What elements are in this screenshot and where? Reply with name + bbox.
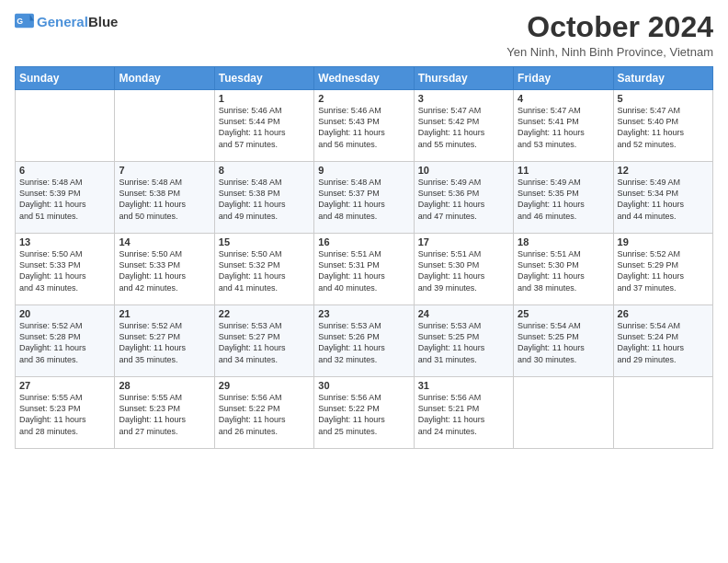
day-info: Sunrise: 5:52 AM Sunset: 5:29 PM Dayligh…	[618, 248, 709, 293]
day-info: Sunrise: 5:49 AM Sunset: 5:34 PM Dayligh…	[618, 177, 709, 222]
day-info: Sunrise: 5:53 AM Sunset: 5:26 PM Dayligh…	[318, 320, 409, 365]
month-title: October 2024	[506, 11, 713, 43]
day-number: 8	[219, 165, 310, 176]
calendar-day-15: 15Sunrise: 5:50 AM Sunset: 5:32 PM Dayli…	[214, 234, 313, 305]
calendar-day-24: 24Sunrise: 5:53 AM Sunset: 5:25 PM Dayli…	[414, 305, 513, 377]
calendar-day-2: 2Sunrise: 5:46 AM Sunset: 5:43 PM Daylig…	[314, 90, 414, 162]
weekday-header-wednesday: Wednesday	[314, 67, 414, 90]
day-info: Sunrise: 5:49 AM Sunset: 5:36 PM Dayligh…	[418, 177, 509, 222]
day-info: Sunrise: 5:48 AM Sunset: 5:38 PM Dayligh…	[119, 177, 210, 222]
calendar-day-25: 25Sunrise: 5:54 AM Sunset: 5:25 PM Dayli…	[514, 305, 613, 377]
day-info: Sunrise: 5:53 AM Sunset: 5:25 PM Dayligh…	[418, 320, 509, 365]
day-number: 24	[418, 308, 509, 319]
day-info: Sunrise: 5:46 AM Sunset: 5:43 PM Dayligh…	[318, 105, 409, 150]
day-number: 31	[418, 380, 509, 391]
day-number: 1	[219, 93, 310, 104]
header: G GeneralBlue October 2024 Yen Ninh, Nin…	[15, 11, 713, 59]
day-number: 30	[318, 380, 409, 391]
day-number: 3	[418, 93, 509, 104]
calendar-table: SundayMondayTuesdayWednesdayThursdayFrid…	[15, 66, 713, 449]
calendar-day-28: 28Sunrise: 5:55 AM Sunset: 5:23 PM Dayli…	[115, 377, 214, 449]
day-info: Sunrise: 5:47 AM Sunset: 5:42 PM Dayligh…	[418, 105, 509, 150]
day-number: 23	[318, 308, 409, 319]
calendar-week-row: 27Sunrise: 5:55 AM Sunset: 5:23 PM Dayli…	[16, 377, 713, 449]
day-info: Sunrise: 5:52 AM Sunset: 5:28 PM Dayligh…	[19, 320, 110, 365]
calendar-day-empty	[115, 90, 214, 162]
day-number: 12	[618, 165, 709, 176]
day-number: 15	[219, 236, 310, 247]
day-number: 4	[518, 93, 609, 104]
day-info: Sunrise: 5:46 AM Sunset: 5:44 PM Dayligh…	[219, 105, 310, 150]
calendar-day-7: 7Sunrise: 5:48 AM Sunset: 5:38 PM Daylig…	[115, 162, 214, 234]
day-number: 5	[618, 93, 709, 104]
day-info: Sunrise: 5:56 AM Sunset: 5:22 PM Dayligh…	[318, 392, 409, 437]
day-info: Sunrise: 5:51 AM Sunset: 5:30 PM Dayligh…	[518, 248, 609, 293]
calendar-day-3: 3Sunrise: 5:47 AM Sunset: 5:42 PM Daylig…	[414, 90, 513, 162]
calendar-week-row: 20Sunrise: 5:52 AM Sunset: 5:28 PM Dayli…	[16, 305, 713, 377]
calendar-header-row: SundayMondayTuesdayWednesdayThursdayFrid…	[16, 67, 713, 90]
weekday-header-thursday: Thursday	[414, 67, 513, 90]
day-number: 9	[318, 165, 409, 176]
day-info: Sunrise: 5:52 AM Sunset: 5:27 PM Dayligh…	[119, 320, 210, 365]
calendar-day-10: 10Sunrise: 5:49 AM Sunset: 5:36 PM Dayli…	[414, 162, 513, 234]
calendar-day-empty	[514, 377, 613, 449]
logo-icon: G	[15, 11, 35, 31]
calendar-day-20: 20Sunrise: 5:52 AM Sunset: 5:28 PM Dayli…	[16, 305, 115, 377]
day-info: Sunrise: 5:54 AM Sunset: 5:24 PM Dayligh…	[618, 320, 709, 365]
calendar-week-row: 13Sunrise: 5:50 AM Sunset: 5:33 PM Dayli…	[16, 234, 713, 305]
day-number: 29	[219, 380, 310, 391]
calendar-week-row: 1Sunrise: 5:46 AM Sunset: 5:44 PM Daylig…	[16, 90, 713, 162]
day-number: 10	[418, 165, 509, 176]
day-info: Sunrise: 5:48 AM Sunset: 5:37 PM Dayligh…	[318, 177, 409, 222]
location: Yen Ninh, Ninh Binh Province, Vietnam	[506, 45, 713, 59]
calendar-day-8: 8Sunrise: 5:48 AM Sunset: 5:38 PM Daylig…	[214, 162, 313, 234]
calendar-day-31: 31Sunrise: 5:56 AM Sunset: 5:21 PM Dayli…	[414, 377, 513, 449]
calendar-day-1: 1Sunrise: 5:46 AM Sunset: 5:44 PM Daylig…	[214, 90, 313, 162]
day-info: Sunrise: 5:51 AM Sunset: 5:31 PM Dayligh…	[318, 248, 409, 293]
logo: G GeneralBlue	[15, 11, 118, 31]
day-number: 27	[19, 380, 110, 391]
day-info: Sunrise: 5:47 AM Sunset: 5:41 PM Dayligh…	[518, 105, 609, 150]
calendar-week-row: 6Sunrise: 5:48 AM Sunset: 5:39 PM Daylig…	[16, 162, 713, 234]
day-number: 26	[618, 308, 709, 319]
calendar-day-16: 16Sunrise: 5:51 AM Sunset: 5:31 PM Dayli…	[314, 234, 414, 305]
day-info: Sunrise: 5:55 AM Sunset: 5:23 PM Dayligh…	[119, 392, 210, 437]
day-number: 17	[418, 236, 509, 247]
calendar-day-17: 17Sunrise: 5:51 AM Sunset: 5:30 PM Dayli…	[414, 234, 513, 305]
weekday-header-sunday: Sunday	[16, 67, 115, 90]
calendar-day-29: 29Sunrise: 5:56 AM Sunset: 5:22 PM Dayli…	[214, 377, 313, 449]
day-info: Sunrise: 5:54 AM Sunset: 5:25 PM Dayligh…	[518, 320, 609, 365]
day-info: Sunrise: 5:48 AM Sunset: 5:38 PM Dayligh…	[219, 177, 310, 222]
calendar-day-14: 14Sunrise: 5:50 AM Sunset: 5:33 PM Dayli…	[115, 234, 214, 305]
day-info: Sunrise: 5:50 AM Sunset: 5:32 PM Dayligh…	[219, 248, 310, 293]
calendar-day-12: 12Sunrise: 5:49 AM Sunset: 5:34 PM Dayli…	[613, 162, 712, 234]
logo-line1: GeneralBlue	[37, 15, 118, 29]
calendar-day-18: 18Sunrise: 5:51 AM Sunset: 5:30 PM Dayli…	[514, 234, 613, 305]
day-number: 11	[518, 165, 609, 176]
day-info: Sunrise: 5:56 AM Sunset: 5:22 PM Dayligh…	[219, 392, 310, 437]
day-number: 18	[518, 236, 609, 247]
calendar-day-9: 9Sunrise: 5:48 AM Sunset: 5:37 PM Daylig…	[314, 162, 414, 234]
calendar-day-23: 23Sunrise: 5:53 AM Sunset: 5:26 PM Dayli…	[314, 305, 414, 377]
calendar-day-26: 26Sunrise: 5:54 AM Sunset: 5:24 PM Dayli…	[613, 305, 712, 377]
day-info: Sunrise: 5:56 AM Sunset: 5:21 PM Dayligh…	[418, 392, 509, 437]
calendar-day-30: 30Sunrise: 5:56 AM Sunset: 5:22 PM Dayli…	[314, 377, 414, 449]
day-number: 2	[318, 93, 409, 104]
day-number: 20	[19, 308, 110, 319]
calendar-day-5: 5Sunrise: 5:47 AM Sunset: 5:40 PM Daylig…	[613, 90, 712, 162]
day-info: Sunrise: 5:47 AM Sunset: 5:40 PM Dayligh…	[618, 105, 709, 150]
calendar-day-22: 22Sunrise: 5:53 AM Sunset: 5:27 PM Dayli…	[214, 305, 313, 377]
day-info: Sunrise: 5:50 AM Sunset: 5:33 PM Dayligh…	[19, 248, 110, 293]
weekday-header-saturday: Saturday	[613, 67, 712, 90]
calendar-day-4: 4Sunrise: 5:47 AM Sunset: 5:41 PM Daylig…	[514, 90, 613, 162]
day-number: 25	[518, 308, 609, 319]
calendar-day-13: 13Sunrise: 5:50 AM Sunset: 5:33 PM Dayli…	[16, 234, 115, 305]
day-info: Sunrise: 5:55 AM Sunset: 5:23 PM Dayligh…	[19, 392, 110, 437]
title-block: October 2024 Yen Ninh, Ninh Binh Provinc…	[506, 11, 713, 59]
weekday-header-monday: Monday	[115, 67, 214, 90]
day-number: 13	[19, 236, 110, 247]
calendar-day-21: 21Sunrise: 5:52 AM Sunset: 5:27 PM Dayli…	[115, 305, 214, 377]
page: G GeneralBlue October 2024 Yen Ninh, Nin…	[0, 0, 728, 563]
svg-text:G: G	[17, 17, 23, 26]
calendar-day-6: 6Sunrise: 5:48 AM Sunset: 5:39 PM Daylig…	[16, 162, 115, 234]
